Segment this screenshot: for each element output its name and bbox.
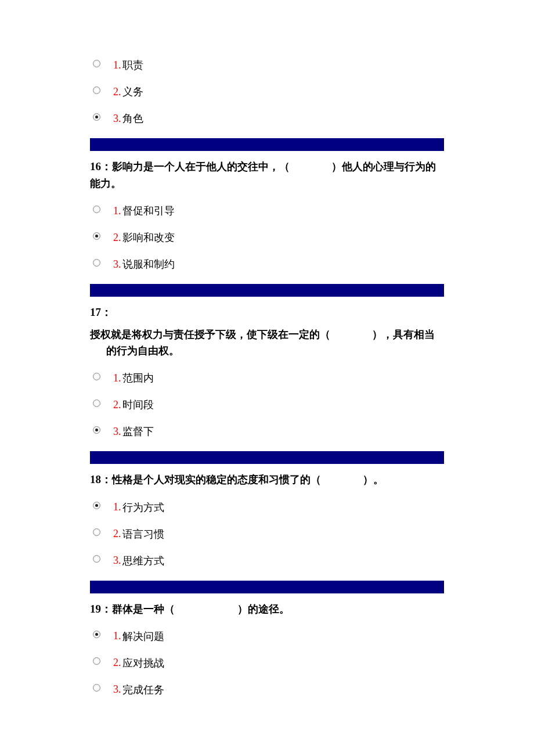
option-text: 说服和制约 [122, 257, 175, 271]
question-block: 18：性格是个人对现实的稳定的态度和习惯了的（ ）。 1. 行为方式 2. 语言… [90, 471, 444, 567]
option-row[interactable]: 3. 思维方式 [90, 554, 444, 568]
question-text: 17： [90, 304, 444, 321]
question-stem: 性格是个人对现实的稳定的态度和习惯了的（ ）。 [112, 474, 384, 485]
option-number: 1. [113, 59, 121, 71]
question-number: 19： [90, 603, 112, 615]
radio-icon[interactable] [93, 113, 100, 121]
question-number: 16： [90, 160, 112, 172]
option-number: 3. [113, 113, 121, 125]
option-number: 2. [113, 86, 121, 98]
option-text: 角色 [122, 111, 143, 125]
option-number: 3. [113, 426, 121, 438]
option-row[interactable]: 3. 角色 [90, 111, 444, 125]
radio-icon[interactable] [93, 259, 100, 267]
option-number: 1. [113, 372, 121, 384]
option-row[interactable]: 2. 语言习惯 [90, 527, 444, 541]
separator [90, 138, 444, 151]
question-number: 17： [90, 306, 112, 318]
question-text: 18：性格是个人对现实的稳定的态度和习惯了的（ ）。 [90, 471, 444, 488]
separator [90, 581, 444, 593]
option-text: 解决问题 [122, 629, 164, 643]
option-text: 思维方式 [122, 554, 164, 568]
question-text: 16：影响力是一个人在于他人的交往中，（ ）他人的心理与行为的能力。 [90, 158, 444, 192]
option-row[interactable]: 1. 解决问题 [90, 629, 444, 643]
question-text: 19：群体是一种（ ）的途径。 [90, 600, 444, 618]
option-number: 3. [113, 555, 121, 567]
option-row[interactable]: 1. 督促和引导 [90, 204, 444, 218]
option-text: 职责 [122, 58, 143, 72]
question-stem: 群体是一种（ ）的途径。 [112, 603, 290, 615]
option-row[interactable]: 2. 时间段 [90, 398, 444, 412]
option-text: 监督下 [122, 424, 154, 438]
question-stem: 影响力是一个人在于他人的交往中，（ ）他人的心理与行为的能力。 [90, 161, 436, 189]
option-text: 督促和引导 [122, 204, 175, 218]
option-text: 行为方式 [122, 501, 164, 514]
option-row[interactable]: 2. 义务 [90, 85, 444, 99]
option-row[interactable]: 2. 应对挑战 [90, 656, 444, 670]
option-row[interactable]: 1. 行为方式 [90, 501, 444, 514]
radio-icon[interactable] [93, 555, 100, 563]
question-block: 1. 职责 2. 义务 3. 角色 [90, 58, 444, 125]
radio-icon[interactable] [93, 373, 100, 380]
question-block: 19：群体是一种（ ）的途径。 1. 解决问题 2. 应对挑战 3. 完成任务 [90, 600, 444, 697]
question-block: 17： 授权就是将权力与责任授予下级，使下级在一定的（ ），具有相当的行为自由权… [90, 304, 444, 438]
separator [90, 284, 444, 297]
option-text: 语言习惯 [122, 527, 164, 541]
radio-icon[interactable] [93, 631, 100, 638]
radio-icon[interactable] [93, 232, 100, 240]
option-text: 应对挑战 [122, 656, 164, 670]
radio-icon[interactable] [93, 657, 100, 665]
option-text: 完成任务 [122, 683, 164, 697]
option-row[interactable]: 1. 职责 [90, 58, 444, 72]
radio-icon[interactable] [93, 399, 100, 407]
option-number: 2. [113, 528, 121, 540]
option-number: 1. [113, 630, 121, 642]
question-number: 18： [90, 473, 112, 485]
radio-icon[interactable] [93, 426, 100, 434]
radio-icon[interactable] [93, 60, 100, 67]
option-row[interactable]: 2. 影响和改变 [90, 231, 444, 244]
option-number: 1. [113, 501, 121, 513]
option-text: 范围内 [122, 371, 154, 385]
option-row[interactable]: 3. 监督下 [90, 424, 444, 438]
option-number: 2. [113, 657, 121, 669]
option-text: 义务 [122, 85, 143, 99]
option-number: 2. [113, 399, 121, 411]
radio-icon[interactable] [93, 528, 100, 536]
radio-icon[interactable] [93, 684, 100, 692]
radio-icon[interactable] [93, 87, 100, 94]
separator [90, 451, 444, 464]
option-number: 3. [113, 683, 121, 696]
option-row[interactable]: 3. 完成任务 [90, 683, 444, 697]
option-text: 影响和改变 [122, 231, 175, 244]
option-number: 3. [113, 258, 121, 271]
option-row[interactable]: 3. 说服和制约 [90, 257, 444, 271]
question-block: 16：影响力是一个人在于他人的交往中，（ ）他人的心理与行为的能力。 1. 督促… [90, 158, 444, 271]
radio-icon[interactable] [93, 502, 100, 509]
option-row[interactable]: 1. 范围内 [90, 371, 444, 385]
question-stem: 授权就是将权力与责任授予下级，使下级在一定的（ ），具有相当的行为自由权。 [90, 326, 444, 360]
radio-icon[interactable] [93, 206, 100, 213]
option-number: 1. [113, 205, 121, 217]
option-number: 2. [113, 232, 121, 244]
option-text: 时间段 [122, 398, 154, 412]
